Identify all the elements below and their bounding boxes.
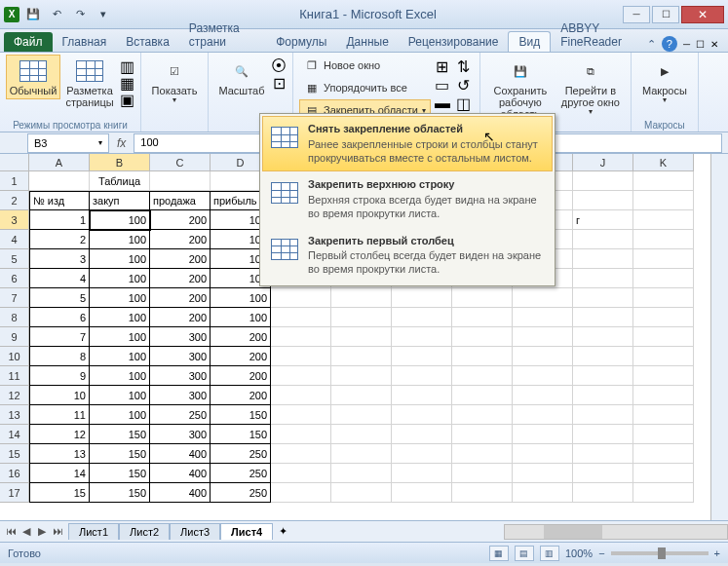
cell[interactable] <box>633 171 694 191</box>
cell[interactable] <box>633 405 694 425</box>
cell[interactable]: 100 <box>211 308 271 327</box>
cell[interactable]: 250 <box>211 444 271 464</box>
cell[interactable] <box>392 308 452 327</box>
cell[interactable]: 400 <box>150 464 211 483</box>
row-header-7[interactable]: 7 <box>0 288 29 308</box>
cell[interactable]: 250 <box>211 464 271 483</box>
row-header-6[interactable]: 6 <box>0 269 29 288</box>
cell[interactable]: 200 <box>211 386 271 405</box>
freeze-first-col-item[interactable]: Закрепить первый столбец Первый столбец … <box>262 228 553 283</box>
cell[interactable] <box>331 405 392 425</box>
cell[interactable]: 150 <box>90 444 150 464</box>
qat-dropdown-icon[interactable]: ▾ <box>94 5 113 24</box>
cell[interactable]: 300 <box>150 366 211 386</box>
cell[interactable]: продажа <box>150 191 211 210</box>
cell[interactable] <box>452 464 513 483</box>
cell[interactable] <box>633 308 694 327</box>
cell[interactable]: 150 <box>211 425 271 444</box>
zoom-button[interactable]: 🔍 Масштаб <box>214 55 269 99</box>
cell[interactable] <box>331 366 392 386</box>
cell[interactable] <box>29 171 90 191</box>
col-header-J[interactable]: J <box>573 154 633 171</box>
tab-nav-next-icon[interactable]: ▶ <box>35 525 49 538</box>
tab-formulas[interactable]: Формулы <box>266 32 336 52</box>
cell[interactable] <box>452 288 513 308</box>
cell[interactable] <box>452 347 513 366</box>
unhide-icon[interactable]: ▬ <box>435 95 450 111</box>
select-all-corner[interactable] <box>0 154 29 171</box>
cell[interactable]: 250 <box>150 405 211 425</box>
cell[interactable]: 100 <box>90 288 150 308</box>
zoom100-icon[interactable]: ⦿ <box>271 58 287 74</box>
zoom-out-icon[interactable]: − <box>598 547 604 559</box>
cell[interactable] <box>573 230 633 249</box>
cell[interactable]: 150 <box>211 405 271 425</box>
cell[interactable] <box>633 386 694 405</box>
cell[interactable] <box>392 347 452 366</box>
cell[interactable] <box>271 425 331 444</box>
reset-pos-icon[interactable]: ↺ <box>456 77 472 93</box>
horizontal-scrollbar[interactable] <box>504 524 728 540</box>
close-button[interactable]: ✕ <box>681 6 724 23</box>
cell[interactable] <box>573 347 633 366</box>
cell[interactable] <box>633 249 694 269</box>
cell[interactable] <box>633 269 694 288</box>
cell[interactable] <box>633 425 694 444</box>
row-header-3[interactable]: 3 <box>0 210 29 230</box>
cell[interactable]: Таблица <box>90 171 150 191</box>
cell[interactable] <box>452 308 513 327</box>
cell[interactable] <box>513 405 573 425</box>
cell[interactable]: 100 <box>90 269 150 288</box>
row-header-1[interactable]: 1 <box>0 171 29 191</box>
zoom-in-icon[interactable]: + <box>714 547 720 559</box>
fullscreen-icon[interactable]: ▣ <box>119 92 134 107</box>
cell[interactable] <box>633 230 694 249</box>
cell[interactable] <box>452 327 513 347</box>
show-button[interactable]: ☑ Показать ▾ <box>147 55 202 108</box>
row-header-16[interactable]: 16 <box>0 464 29 483</box>
cell[interactable] <box>573 269 633 288</box>
cell[interactable] <box>392 405 452 425</box>
view-page-icon[interactable]: ▤ <box>515 546 534 561</box>
tab-view[interactable]: Вид <box>508 31 551 52</box>
cell[interactable] <box>513 347 573 366</box>
cell[interactable] <box>452 386 513 405</box>
cell[interactable] <box>633 366 694 386</box>
pagebreak-icon[interactable]: ▥ <box>119 58 134 74</box>
cell[interactable]: 200 <box>150 230 211 249</box>
maximize-button[interactable]: ☐ <box>652 6 679 23</box>
cell[interactable] <box>271 308 331 327</box>
col-header-K[interactable]: K <box>633 154 694 171</box>
new-sheet-icon[interactable]: ✦ <box>273 525 293 538</box>
cell[interactable] <box>271 386 331 405</box>
ribbon-min-icon[interactable]: ⌃ <box>647 38 656 51</box>
tab-review[interactable]: Рецензирование <box>399 32 509 52</box>
tab-pagelayout[interactable]: Разметка страни <box>179 19 266 52</box>
cell[interactable]: 100 <box>90 249 150 269</box>
view-break-icon[interactable]: ▥ <box>540 546 559 561</box>
row-header-12[interactable]: 12 <box>0 386 29 405</box>
cell[interactable] <box>331 327 392 347</box>
cell[interactable] <box>271 347 331 366</box>
row-header-15[interactable]: 15 <box>0 444 29 464</box>
cell[interactable] <box>271 366 331 386</box>
row-header-17[interactable]: 17 <box>0 483 29 503</box>
help-icon[interactable]: ? <box>662 36 677 52</box>
cell[interactable]: 2 <box>29 230 90 249</box>
cell[interactable]: 100 <box>90 327 150 347</box>
cell[interactable]: 200 <box>211 366 271 386</box>
name-box-dropdown-icon[interactable]: ▾ <box>98 138 102 147</box>
cell[interactable]: 100 <box>90 230 150 249</box>
cell[interactable] <box>331 425 392 444</box>
arrange-all-button[interactable]: ▦Упорядочить все <box>299 77 431 98</box>
cell[interactable] <box>573 288 633 308</box>
cell[interactable] <box>392 444 452 464</box>
cell[interactable] <box>392 483 452 503</box>
tab-home[interactable]: Главная <box>53 32 117 52</box>
cell[interactable] <box>392 386 452 405</box>
cell[interactable]: 4 <box>29 269 90 288</box>
zoom-slider[interactable] <box>611 551 709 555</box>
tab-abbyy[interactable]: ABBYY FineReader <box>551 19 647 52</box>
row-header-9[interactable]: 9 <box>0 327 29 347</box>
cell[interactable]: 10 <box>29 386 90 405</box>
